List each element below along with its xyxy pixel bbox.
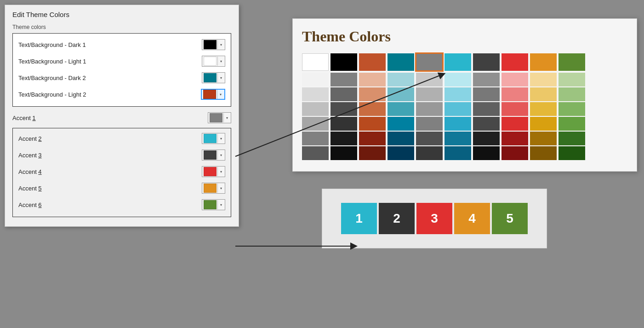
dropdown-arrow-accent6[interactable]: ▾ <box>217 200 224 209</box>
dropdown-arrow-accent5[interactable]: ▾ <box>217 184 224 193</box>
color-btn-accent1[interactable]: ▾ <box>208 112 231 123</box>
color-btn-accent4[interactable]: ▾ <box>202 166 225 177</box>
shade-black-3[interactable] <box>331 102 357 116</box>
color-btn-accent3[interactable]: ▾ <box>202 150 225 161</box>
shade-darkgray-1[interactable] <box>473 73 500 86</box>
top-swatch-cyan[interactable] <box>445 53 471 71</box>
color-btn-accent2[interactable]: ▾ <box>202 133 225 144</box>
shade-coral-6[interactable] <box>502 146 528 160</box>
shade-black-4[interactable] <box>331 117 357 131</box>
shade-white-1[interactable] <box>302 73 329 86</box>
shade-orange-1[interactable] <box>530 73 557 86</box>
shade-darkgray-3[interactable] <box>473 102 500 116</box>
shade-green-4[interactable] <box>559 117 585 131</box>
dropdown-arrow-dark2[interactable]: ▾ <box>217 73 224 82</box>
shade-coral-3[interactable] <box>502 102 528 116</box>
shade-gray-6[interactable] <box>416 146 443 160</box>
shade-gray-2[interactable] <box>416 87 443 101</box>
shade-coral-4[interactable] <box>502 117 528 131</box>
color-label-accent3: Accent 3 <box>18 152 198 159</box>
shade-red-6[interactable] <box>359 146 386 160</box>
col-green <box>559 53 585 71</box>
top-swatch-white[interactable] <box>302 53 329 71</box>
color-btn-accent5[interactable]: ▾ <box>202 183 225 194</box>
shade-orange-2[interactable] <box>530 87 557 101</box>
top-swatch-green[interactable] <box>559 53 585 71</box>
shade-darkgray-5[interactable] <box>473 132 500 145</box>
color-btn-dark2[interactable]: ▾ <box>202 72 225 83</box>
color-label-accent6: Accent 6 <box>18 201 198 208</box>
top-swatch-gray[interactable] <box>416 53 443 71</box>
shade-teal-5[interactable] <box>388 132 414 145</box>
dropdown-arrow-accent1[interactable]: ▾ <box>223 113 230 122</box>
shade-green-2[interactable] <box>559 87 585 101</box>
shade-cyan-1[interactable] <box>445 73 471 86</box>
top-swatch-red[interactable] <box>359 53 386 71</box>
top-swatch-teal[interactable] <box>388 53 414 71</box>
color-btn-light1[interactable]: ▾ <box>202 56 225 67</box>
shade-teal-4[interactable] <box>388 117 414 131</box>
shade-orange-3[interactable] <box>530 102 557 116</box>
color-swatch-light1 <box>204 57 217 66</box>
shade-green-5[interactable] <box>559 132 585 145</box>
color-shade-grid <box>302 73 627 160</box>
shade-black-5[interactable] <box>331 132 357 145</box>
shade-gray-4[interactable] <box>416 117 443 131</box>
shade-orange-6[interactable] <box>530 146 557 160</box>
shade-col-gray <box>416 73 443 160</box>
shade-white-3[interactable] <box>302 102 329 116</box>
shade-cyan-2[interactable] <box>445 87 471 101</box>
top-swatch-coral[interactable] <box>502 53 528 71</box>
shade-green-1[interactable] <box>559 73 585 86</box>
shade-black-6[interactable] <box>331 146 357 160</box>
shade-red-1[interactable] <box>359 73 386 86</box>
dropdown-arrow-accent3[interactable]: ▾ <box>217 150 224 160</box>
shade-darkgray-4[interactable] <box>473 117 500 131</box>
shade-black-1[interactable] <box>331 73 357 86</box>
shade-darkgray-6[interactable] <box>473 146 500 160</box>
shade-black-2[interactable] <box>331 87 357 101</box>
shade-cyan-5[interactable] <box>445 132 471 145</box>
dropdown-arrow-accent4[interactable]: ▾ <box>217 167 224 176</box>
shade-orange-5[interactable] <box>530 132 557 145</box>
shade-red-4[interactable] <box>359 117 386 131</box>
shade-teal-3[interactable] <box>388 102 414 116</box>
shade-cyan-3[interactable] <box>445 102 471 116</box>
shade-cyan-6[interactable] <box>445 146 471 160</box>
shade-teal-6[interactable] <box>388 146 414 160</box>
shade-white-4[interactable] <box>302 117 329 131</box>
shade-orange-4[interactable] <box>530 117 557 131</box>
shade-cyan-4[interactable] <box>445 117 471 131</box>
dropdown-arrow-light2[interactable]: ▾ <box>217 90 223 99</box>
shade-coral-2[interactable] <box>502 87 528 101</box>
shade-gray-5[interactable] <box>416 132 443 145</box>
shade-coral-5[interactable] <box>502 132 528 145</box>
shade-white-2[interactable] <box>302 87 329 101</box>
shade-red-3[interactable] <box>359 102 386 116</box>
col-black <box>331 53 357 71</box>
dropdown-arrow-accent2[interactable]: ▾ <box>217 134 224 143</box>
color-btn-light2[interactable]: ▾ <box>201 89 225 100</box>
dropdown-arrow-dark1[interactable]: ▾ <box>217 40 224 49</box>
top-swatch-black[interactable] <box>331 53 357 71</box>
shade-white-5[interactable] <box>302 132 329 145</box>
col-darkgray <box>473 53 500 71</box>
color-swatch-dark1 <box>204 40 217 49</box>
color-label-accent2: Accent 2 <box>18 135 198 142</box>
shade-coral-1[interactable] <box>502 73 528 86</box>
color-btn-dark1[interactable]: ▾ <box>202 39 225 50</box>
shade-green-6[interactable] <box>559 146 585 160</box>
shade-green-3[interactable] <box>559 102 585 116</box>
shade-red-2[interactable] <box>359 87 386 101</box>
shade-gray-3[interactable] <box>416 102 443 116</box>
top-swatch-orange[interactable] <box>530 53 557 71</box>
shade-teal-2[interactable] <box>388 87 414 101</box>
shade-white-6[interactable] <box>302 146 329 160</box>
shade-darkgray-2[interactable] <box>473 87 500 101</box>
top-swatch-darkgray[interactable] <box>473 53 500 71</box>
shade-gray-1[interactable] <box>416 73 443 86</box>
shade-red-5[interactable] <box>359 132 386 145</box>
shade-teal-1[interactable] <box>388 73 414 86</box>
dropdown-arrow-light1[interactable]: ▾ <box>217 57 224 66</box>
color-btn-accent6[interactable]: ▾ <box>202 199 225 210</box>
